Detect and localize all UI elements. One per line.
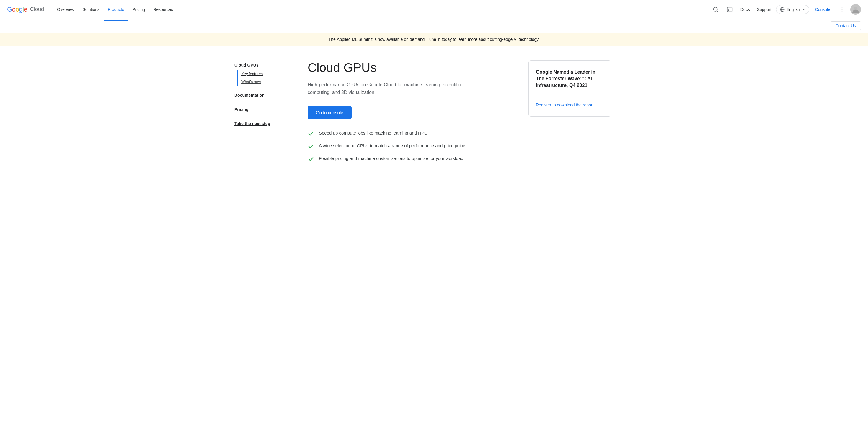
- sidebar-whats-new[interactable]: What's new: [241, 78, 293, 86]
- avatar-icon: [851, 5, 860, 13]
- announcement-banner: The Applied ML Summit is now available o…: [0, 33, 868, 46]
- sidebar-pricing[interactable]: Pricing: [235, 105, 293, 114]
- google-cloud-logo[interactable]: Google Cloud: [7, 6, 44, 13]
- main-content: Cloud GPUs Key features What's new Docum…: [227, 46, 641, 176]
- feature-text-1: Speed up compute jobs like machine learn…: [319, 130, 428, 137]
- cloud-logo-text: Cloud: [30, 6, 44, 12]
- nav-resources[interactable]: Resources: [150, 5, 177, 14]
- sidebar-pricing-section: Pricing: [235, 105, 293, 114]
- globe-icon: [780, 7, 785, 12]
- check-icon-3: [308, 156, 314, 162]
- svg-line-1: [717, 10, 718, 11]
- nav-overview[interactable]: Overview: [54, 5, 78, 14]
- sidebar-next-step-section: Take the next step: [235, 119, 293, 128]
- banner-text-after: is now available on demand! Tune in toda…: [373, 37, 540, 42]
- page-description: High-performance GPUs on Google Cloud fo…: [308, 81, 479, 96]
- banner-text-before: The: [329, 37, 337, 42]
- contact-us-button[interactable]: Contact Us: [831, 21, 861, 30]
- forrester-card: Google Named a Leader in The Forrester W…: [528, 60, 611, 117]
- feature-item-3: Flexible pricing and machine customizati…: [308, 155, 514, 162]
- search-icon: [713, 6, 719, 12]
- terminal-icon: [727, 6, 733, 12]
- page-title: Cloud GPUs: [308, 60, 514, 75]
- user-avatar[interactable]: [850, 4, 861, 15]
- card-register-link[interactable]: Register to download the report: [536, 103, 593, 107]
- more-options-button[interactable]: [836, 4, 848, 16]
- sidebar: Cloud GPUs Key features What's new Docum…: [235, 60, 293, 162]
- check-icon-1: [308, 130, 314, 137]
- feature-item-2: A wide selection of GPUs to match a rang…: [308, 142, 514, 149]
- svg-point-7: [842, 9, 843, 10]
- sidebar-key-features[interactable]: Key features: [241, 70, 293, 78]
- center-content: Cloud GPUs High-performance GPUs on Goog…: [308, 60, 514, 162]
- card-divider: [536, 96, 604, 96]
- sidebar-cloud-gpus-section: Cloud GPUs Key features What's new: [235, 60, 293, 86]
- feature-list: Speed up compute jobs like machine learn…: [308, 130, 514, 162]
- feature-text-2: A wide selection of GPUs to match a rang…: [319, 142, 466, 149]
- feature-text-3: Flexible pricing and machine customizati…: [319, 155, 463, 162]
- go-to-console-button[interactable]: Go to console: [308, 106, 352, 119]
- svg-point-8: [842, 11, 843, 11]
- navbar: Google Cloud Overview Solutions Products…: [0, 0, 868, 19]
- console-link[interactable]: Console: [812, 5, 834, 14]
- nav-links: Overview Solutions Products Pricing Reso…: [54, 5, 710, 14]
- sidebar-take-next-step[interactable]: Take the next step: [235, 119, 293, 128]
- search-button[interactable]: [710, 4, 721, 16]
- sidebar-cloud-gpus-title[interactable]: Cloud GPUs: [235, 60, 293, 70]
- feature-item-1: Speed up compute jobs like machine learn…: [308, 130, 514, 137]
- banner-link[interactable]: Applied ML Summit: [337, 37, 373, 42]
- docs-link[interactable]: Docs: [738, 5, 752, 14]
- nav-products[interactable]: Products: [104, 5, 128, 14]
- contact-bar: Contact Us: [0, 19, 868, 33]
- nav-pricing[interactable]: Pricing: [129, 5, 149, 14]
- google-logo-text: Google: [7, 6, 27, 13]
- language-selector[interactable]: English: [776, 5, 809, 14]
- svg-point-6: [842, 7, 843, 8]
- more-vertical-icon: [839, 6, 845, 12]
- check-icon-2: [308, 143, 314, 149]
- sidebar-subitems: Key features What's new: [237, 70, 293, 86]
- sidebar-documentation[interactable]: Documentation: [235, 90, 293, 100]
- sidebar-documentation-section: Documentation: [235, 90, 293, 100]
- chevron-down-icon: [802, 8, 805, 11]
- card-title: Google Named a Leader in The Forrester W…: [536, 69, 604, 89]
- nav-solutions[interactable]: Solutions: [79, 5, 103, 14]
- lang-label: English: [786, 7, 800, 12]
- terminal-button[interactable]: [724, 4, 736, 16]
- nav-right: Docs Support English Console: [710, 4, 861, 16]
- support-link[interactable]: Support: [755, 5, 774, 14]
